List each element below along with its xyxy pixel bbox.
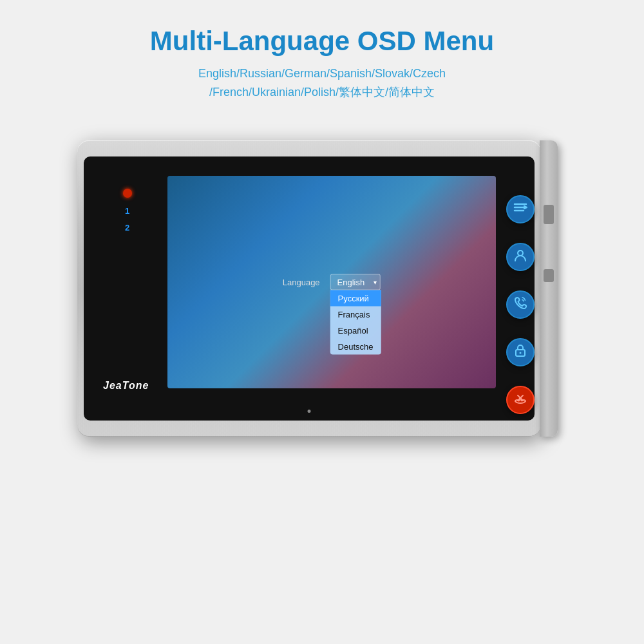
bottom-dot	[308, 410, 311, 413]
contact-button[interactable]	[506, 243, 535, 271]
device-screen: Language English Русский Français Españo…	[167, 176, 496, 388]
language-selected-value[interactable]: English	[330, 274, 381, 290]
hangup-icon	[513, 391, 527, 408]
subtitle-line1: English/Russian/German/Spanish/Slovak/Cz…	[198, 67, 446, 80]
language-dropdown-list: Русский Français Español Deutsche	[330, 290, 381, 354]
lang-option-german[interactable]: Deutsche	[330, 338, 381, 354]
channel2-label: 2	[125, 222, 129, 234]
lock-icon	[514, 343, 527, 361]
call-icon	[513, 296, 527, 313]
device-body: 1 2 Language English Русский Français Es…	[77, 140, 541, 437]
header-section: Multi-Language OSD Menu English/Russian/…	[150, 26, 494, 102]
lock-button[interactable]	[506, 338, 535, 366]
osd-menu: Language English Русский Français Españo…	[283, 274, 381, 290]
page-title: Multi-Language OSD Menu	[150, 26, 494, 57]
lang-option-russian[interactable]: Русский	[330, 290, 381, 306]
lang-option-french[interactable]: Français	[330, 306, 381, 322]
right-buttons-panel	[501, 173, 540, 437]
brand-label: JeaTone	[103, 380, 149, 392]
svg-point-3	[518, 251, 523, 256]
device-wrapper: 1 2 Language English Русский Français Es…	[77, 140, 567, 450]
svg-point-5	[520, 352, 522, 354]
menu-icon	[513, 202, 527, 216]
subtitle: English/Russian/German/Spanish/Slovak/Cz…	[150, 64, 494, 102]
channel1-label: 1	[125, 205, 129, 217]
menu-button[interactable]	[506, 195, 535, 223]
power-led-indicator	[123, 189, 132, 198]
edge-connector-2	[544, 269, 554, 282]
language-dropdown[interactable]: English Русский Français Español Deutsch…	[330, 274, 381, 290]
device-bezel: 1 2 Language English Русский Français Es…	[84, 156, 535, 421]
contact-icon	[513, 248, 527, 265]
lang-option-spanish[interactable]: Español	[330, 322, 381, 338]
device-edge	[540, 140, 558, 437]
subtitle-line2: /French/Ukrainian/Polish/繁体中文/简体中文	[209, 86, 435, 99]
hangup-button[interactable]	[506, 386, 535, 414]
edge-connector-1	[544, 205, 554, 224]
call-button[interactable]	[506, 290, 535, 319]
left-panel: 1 2	[90, 176, 164, 388]
language-label: Language	[283, 277, 320, 287]
